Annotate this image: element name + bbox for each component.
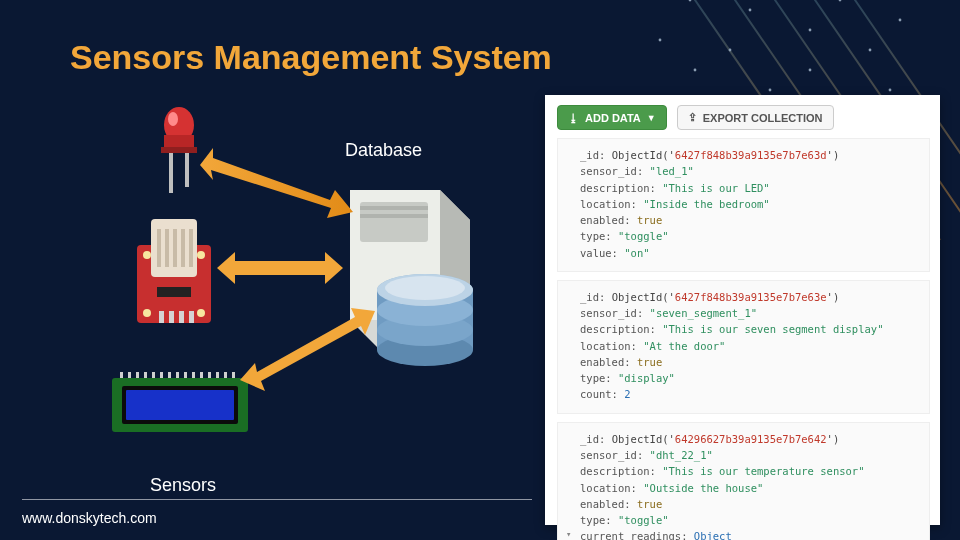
field-type: type: "toggle" [580, 228, 919, 244]
svg-point-12 [869, 49, 872, 52]
svg-point-13 [899, 19, 902, 22]
database-server-icon [330, 180, 490, 390]
svg-rect-55 [184, 372, 187, 378]
svg-rect-53 [168, 372, 171, 378]
svg-rect-61 [232, 372, 235, 378]
led-icon [155, 105, 203, 195]
svg-rect-63 [360, 206, 428, 210]
field-current_readings: ▾current_readings: Object [580, 528, 919, 540]
download-icon: ⭳ [568, 112, 579, 124]
svg-rect-43 [189, 311, 194, 323]
svg-rect-50 [144, 372, 147, 378]
field-location: location: "At the door" [580, 338, 919, 354]
svg-rect-40 [159, 311, 164, 323]
svg-rect-26 [169, 153, 173, 193]
field-description: description: "This is our temperature se… [580, 463, 919, 479]
document: _id: ObjectId('6427f848b39a9135e7b7e63e'… [557, 280, 930, 414]
field-description: description: "This is our LED" [580, 180, 919, 196]
svg-rect-64 [360, 214, 428, 218]
svg-rect-58 [208, 372, 211, 378]
field-id: _id: ObjectId('64296627b39a9135e7b7e642'… [580, 431, 919, 447]
svg-rect-52 [160, 372, 163, 378]
field-description: description: "This is our seven segment … [580, 321, 919, 337]
svg-point-23 [168, 112, 178, 126]
field-location: location: "Inside the bedroom" [580, 196, 919, 212]
svg-rect-24 [164, 135, 194, 149]
svg-rect-56 [192, 372, 195, 378]
svg-point-37 [143, 309, 151, 317]
svg-rect-41 [169, 311, 174, 323]
sensor-module-icon [135, 215, 213, 325]
lcd-display-icon [110, 370, 250, 440]
field-id: _id: ObjectId('6427f848b39a9135e7b7e63e'… [580, 289, 919, 305]
svg-rect-48 [128, 372, 131, 378]
svg-rect-34 [189, 229, 193, 267]
svg-rect-31 [165, 229, 169, 267]
svg-point-71 [385, 276, 465, 300]
svg-rect-42 [179, 311, 184, 323]
svg-point-10 [809, 29, 812, 32]
field-type: type: "display" [580, 370, 919, 386]
svg-point-18 [809, 69, 812, 72]
database-label: Database [345, 140, 422, 161]
export-icon: ⇪ [688, 111, 697, 124]
svg-rect-27 [185, 153, 189, 187]
document: _id: ObjectId('64296627b39a9135e7b7e642'… [557, 422, 930, 540]
field-sensor_id: sensor_id: "seven_segment_1" [580, 305, 919, 321]
field-location: location: "Outside the house" [580, 480, 919, 496]
document: _id: ObjectId('6427f848b39a9135e7b7e63d'… [557, 138, 930, 272]
svg-point-8 [749, 9, 752, 12]
field-enabled: enabled: true [580, 354, 919, 370]
field-count: count: 2 [580, 386, 919, 402]
field-id: _id: ObjectId('6427f848b39a9135e7b7e63d'… [580, 147, 919, 163]
svg-point-17 [769, 89, 772, 92]
svg-point-15 [694, 69, 697, 72]
svg-rect-25 [161, 147, 197, 153]
svg-point-20 [889, 89, 892, 92]
svg-rect-32 [173, 229, 177, 267]
export-collection-button[interactable]: ⇪ EXPORT COLLECTION [677, 105, 834, 130]
expand-icon[interactable]: ▾ [566, 528, 571, 540]
field-enabled: enabled: true [580, 496, 919, 512]
svg-point-6 [689, 0, 692, 1]
svg-rect-57 [200, 372, 203, 378]
svg-rect-30 [157, 229, 161, 267]
footer-divider [22, 499, 532, 500]
svg-rect-54 [176, 372, 179, 378]
svg-rect-33 [181, 229, 185, 267]
svg-rect-51 [152, 372, 155, 378]
field-type: type: "toggle" [580, 512, 919, 528]
svg-rect-49 [136, 372, 139, 378]
svg-rect-47 [120, 372, 123, 378]
svg-rect-46 [126, 390, 234, 420]
svg-point-16 [729, 49, 732, 52]
arrow-module-db [215, 248, 345, 288]
export-collection-label: EXPORT COLLECTION [703, 112, 823, 124]
svg-point-11 [839, 0, 842, 1]
footer-url: www.donskytech.com [22, 510, 157, 526]
svg-rect-60 [224, 372, 227, 378]
add-data-label: ADD DATA [585, 112, 641, 124]
caret-down-icon: ▼ [647, 113, 656, 123]
page-title: Sensors Management System [70, 38, 552, 77]
add-data-button[interactable]: ⭳ ADD DATA ▼ [557, 105, 667, 130]
svg-rect-39 [157, 287, 191, 297]
svg-point-35 [143, 251, 151, 259]
field-sensor_id: sensor_id: "led_1" [580, 163, 919, 179]
svg-rect-59 [216, 372, 219, 378]
svg-marker-73 [217, 252, 343, 284]
svg-point-36 [197, 251, 205, 259]
field-enabled: enabled: true [580, 212, 919, 228]
svg-point-14 [659, 39, 662, 42]
document-panel: ⭳ ADD DATA ▼ ⇪ EXPORT COLLECTION _id: Ob… [545, 95, 940, 525]
field-sensor_id: sensor_id: "dht_22_1" [580, 447, 919, 463]
svg-point-38 [197, 309, 205, 317]
sensors-label: Sensors [150, 475, 216, 496]
panel-toolbar: ⭳ ADD DATA ▼ ⇪ EXPORT COLLECTION [557, 105, 930, 130]
field-value: value: "on" [580, 245, 919, 261]
